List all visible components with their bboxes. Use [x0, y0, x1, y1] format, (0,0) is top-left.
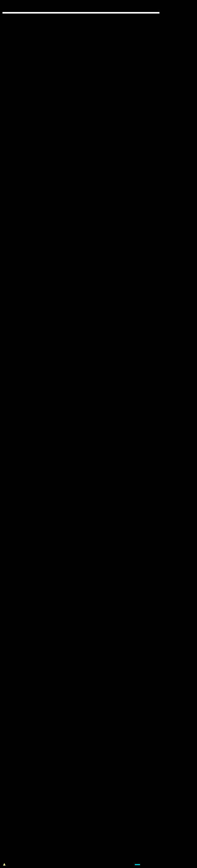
identity-key-bar: [2, 4, 195, 7]
scale-legend: [135, 862, 141, 867]
query-bar: [2, 12, 159, 13]
gap-in-query-triangle-icon: [3, 863, 5, 866]
alignment-overview-screen: [0, 0, 197, 868]
gap-legend: [2, 862, 6, 867]
scale-bar-icon: [135, 864, 140, 865]
